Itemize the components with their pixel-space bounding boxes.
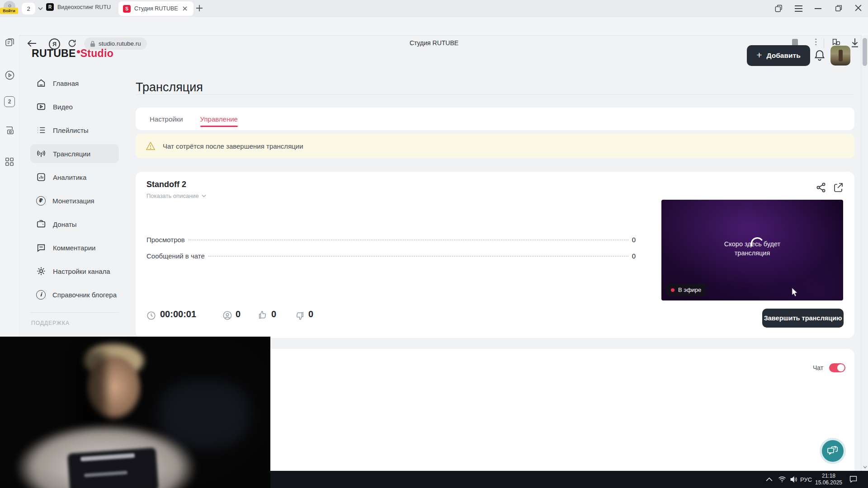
stat-label: Просмотров	[146, 236, 185, 244]
sidebar-label: Трансляции	[53, 150, 90, 158]
sidebar-item-video[interactable]: Видео	[30, 97, 119, 116]
reload-icon[interactable]	[68, 39, 76, 48]
tab-title: Видеохостинг RUTUBE. С	[57, 4, 111, 10]
chevron-down-icon	[202, 194, 206, 197]
download-icon[interactable]	[851, 38, 859, 47]
plus-icon: +	[756, 50, 762, 61]
sidebar-item-comments[interactable]: Комментарии	[30, 238, 119, 257]
sidebar-label: Настройки канала	[53, 267, 110, 275]
sidebar-item-channel-settings[interactable]: Настройки канала	[30, 262, 119, 281]
sidebar-item-playlists[interactable]: Плейлисты	[30, 121, 119, 140]
tab-rutube-studio[interactable]: S Студия RUTUBE	[118, 1, 193, 16]
live-dot-icon	[671, 288, 675, 292]
keyboard-language[interactable]: РУС	[800, 476, 812, 483]
tab-management[interactable]: Управление	[200, 115, 238, 123]
side-panel-icon[interactable]	[774, 4, 783, 13]
warning-text: Чат сотрётся после завершения трансляции	[163, 142, 303, 150]
stream-title: Standoff 2	[146, 180, 186, 189]
restore-window-icon[interactable]	[835, 4, 843, 12]
add-button[interactable]: + Добавить	[747, 45, 810, 66]
more-options-icon[interactable]: ⋮	[812, 38, 820, 47]
new-tab-icon[interactable]	[195, 4, 203, 12]
add-button-label: Добавить	[767, 52, 801, 60]
loading-spinner-icon	[750, 236, 765, 249]
playlist-icon	[36, 125, 46, 135]
close-tab-icon[interactable]	[182, 5, 188, 12]
support-section-label: ПОДДЕРЖКА	[30, 320, 119, 326]
tab-groups-icon[interactable]: 2	[4, 96, 15, 107]
chat-toggle[interactable]	[829, 363, 845, 372]
divider	[30, 312, 119, 313]
notification-center-icon[interactable]	[849, 475, 858, 483]
login-badge[interactable]: Войти	[0, 8, 18, 14]
sidebar-item-home[interactable]: Главная	[30, 74, 119, 93]
mouse-cursor-icon	[792, 287, 799, 297]
browser-tab-strip: Войти 2 R Видеохостинг RUTUBE. С S Студи…	[0, 0, 868, 17]
dotted-leader	[208, 256, 628, 257]
dislikes-count: 0	[308, 309, 313, 319]
sidebar-label: Аналитика	[53, 174, 86, 181]
webcam-vignette	[0, 337, 270, 488]
scrollbar-thumb[interactable]	[863, 38, 867, 66]
logo-dot	[77, 50, 80, 53]
sidebar-item-broadcasts[interactable]: Трансляции	[30, 144, 119, 163]
page-scrollbar[interactable]	[861, 35, 868, 471]
wifi-icon[interactable]	[778, 476, 786, 483]
stat-row-views: Просмотров 0	[146, 236, 636, 244]
stat-label: Сообщений в чате	[146, 252, 205, 260]
apps-grid-icon[interactable]	[5, 157, 14, 167]
stat-row-chat-messages: Сообщений в чате 0	[146, 252, 636, 260]
help-fab-button[interactable]: ?	[822, 440, 844, 462]
thumbs-up-icon[interactable]	[258, 310, 268, 320]
speaker-icon[interactable]	[790, 476, 798, 483]
gear-icon	[36, 266, 46, 276]
show-description-label: Показать описание	[146, 192, 199, 199]
tray-clock[interactable]: 21:18 15.06.2025	[812, 473, 845, 486]
screen: Войти 2 R Видеохостинг RUTUBE. С S Студи…	[0, 0, 868, 488]
comment-icon	[36, 243, 46, 253]
tray-chevron-up-icon[interactable]	[766, 477, 773, 481]
media-play-icon[interactable]	[5, 70, 15, 80]
warning-icon	[146, 141, 156, 150]
video-icon	[36, 102, 46, 112]
home-icon	[36, 78, 46, 88]
sidebar-item-blogger-guide[interactable]: i Справочник блогера	[30, 285, 119, 304]
back-icon[interactable]	[27, 39, 37, 47]
sidebar-label: Видео	[53, 103, 73, 111]
tray-date: 15.06.2025	[812, 479, 845, 486]
live-badge: В эфире	[666, 284, 706, 296]
sidebar-item-analytics[interactable]: Аналитика	[30, 168, 119, 187]
sidebar-item-donations[interactable]: Донаты	[30, 215, 119, 234]
chevron-down-icon[interactable]	[38, 7, 43, 10]
notifications-bell-icon[interactable]	[814, 49, 826, 61]
sidebar-item-monetization[interactable]: ₽ Монетизация	[30, 191, 119, 210]
clock-icon	[146, 311, 156, 320]
show-description-link[interactable]: Показать описание	[146, 192, 206, 199]
sidebar-label: Главная	[53, 80, 79, 87]
rutube-studio-logo[interactable]: RUTUBE Studio	[32, 47, 113, 60]
tab-settings[interactable]: Настройки	[150, 115, 183, 123]
share-icon[interactable]	[816, 182, 826, 193]
stat-value: 0	[632, 252, 636, 260]
wallet-icon	[36, 219, 46, 229]
warning-banner: Чат сотрётся после завершения трансляции	[136, 134, 854, 158]
menu-icon[interactable]	[794, 5, 803, 12]
screenshot-icon[interactable]	[5, 125, 15, 136]
close-window-icon[interactable]	[854, 4, 862, 12]
logo-studio: Studio	[80, 47, 113, 60]
external-link-icon[interactable]	[833, 182, 844, 193]
minimize-icon[interactable]	[815, 8, 821, 9]
live-badge-label: В эфире	[678, 286, 701, 293]
tray-time: 21:18	[812, 473, 845, 479]
end-stream-button[interactable]: Завершить трансляцию	[762, 309, 844, 328]
thumbs-down-icon[interactable]	[295, 311, 305, 321]
page-title-center: Студия RUTUBE	[410, 39, 458, 47]
divider	[824, 38, 824, 48]
user-avatar[interactable]	[830, 46, 850, 66]
tab-rutube-home[interactable]: R Видеохостинг RUTUBE. С	[46, 3, 117, 11]
tab-counter[interactable]: 2	[22, 3, 35, 14]
stream-preview: Скоро здесь будет трансляция В эфире	[661, 200, 843, 300]
tabs-panel-icon[interactable]	[5, 38, 15, 48]
scroll-down-arrow-icon[interactable]	[863, 466, 867, 469]
chat-toggle-label: Чат	[813, 364, 823, 371]
